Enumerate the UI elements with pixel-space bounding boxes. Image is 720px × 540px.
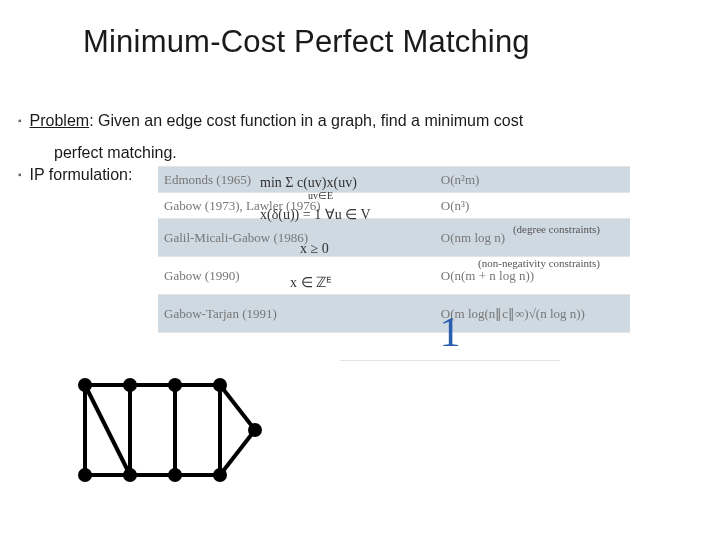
svg-line-3	[220, 385, 255, 430]
problem-rest: : Given an edge cost function in a graph…	[89, 112, 523, 129]
ip-label: IP formulation:	[30, 164, 133, 186]
big-one-digit: 1	[340, 308, 560, 361]
svg-point-18	[213, 468, 227, 482]
svg-point-17	[248, 423, 262, 437]
problem-label: Problem	[30, 112, 90, 129]
slide: Minimum-Cost Perfect Matching ▪ Problem:…	[0, 0, 720, 540]
svg-line-4	[220, 430, 255, 475]
svg-point-13	[78, 378, 92, 392]
formula-integer: x ∈ ℤᴱ	[290, 272, 520, 294]
problem-continuation: perfect matching.	[54, 144, 700, 162]
slide-title: Minimum-Cost Perfect Matching	[83, 24, 530, 60]
ip-formula-block: min Σ c(uv)x(uv) uv∈E x(δ(u)) = 1 ∀u ∈ V…	[260, 172, 520, 295]
svg-point-20	[123, 468, 137, 482]
bullet-text: Problem: Given an edge cost function in …	[30, 110, 524, 132]
svg-point-21	[78, 468, 92, 482]
svg-line-9	[85, 385, 130, 475]
bullet-glyph-icon: ▪	[18, 115, 22, 126]
svg-point-19	[168, 468, 182, 482]
bullet-problem: ▪ Problem: Given an edge cost function i…	[18, 110, 700, 132]
bullet-glyph-icon: ▪	[18, 169, 22, 180]
svg-point-14	[123, 378, 137, 392]
graph-illustration	[70, 370, 265, 500]
svg-point-15	[168, 378, 182, 392]
svg-point-16	[213, 378, 227, 392]
